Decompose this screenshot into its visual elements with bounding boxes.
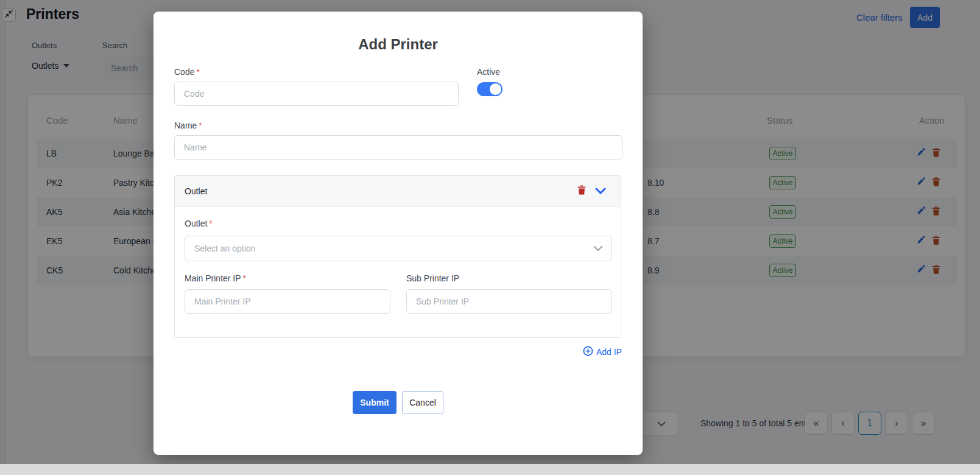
required-asterisk: *: [243, 273, 246, 283]
toggle-knob: [490, 83, 501, 95]
main-printer-ip-label: Main Printer IP*: [185, 273, 246, 283]
active-toggle[interactable]: [477, 82, 502, 96]
sub-printer-ip-label: Sub Printer IP: [406, 273, 459, 283]
active-label: Active: [477, 67, 500, 77]
required-asterisk: *: [196, 67, 199, 77]
outlet-select-placeholder: Select an option: [194, 244, 255, 253]
name-input[interactable]: [174, 135, 622, 160]
add-ip-label: Add IP: [596, 347, 622, 357]
remove-outlet-icon[interactable]: [577, 185, 587, 198]
outlet-select[interactable]: Select an option: [185, 236, 612, 261]
add-ip-link[interactable]: Add IP: [583, 346, 622, 358]
main-printer-ip-input[interactable]: [185, 289, 390, 314]
name-label: Name*: [174, 121, 202, 130]
code-label: Code*: [174, 67, 200, 77]
modal-title: Add Printer: [153, 36, 643, 53]
sub-printer-ip-input[interactable]: [406, 289, 612, 314]
chevron-down-icon: [593, 243, 603, 254]
plus-circle-icon: [583, 346, 593, 358]
outlet-section-title: Outlet: [185, 186, 207, 196]
outlet-section-header[interactable]: Outlet: [175, 176, 621, 206]
cancel-button[interactable]: Cancel: [402, 391, 443, 414]
collapse-section-chevron-icon[interactable]: [595, 186, 606, 197]
submit-button[interactable]: Submit: [353, 391, 397, 414]
bottom-scrollbar-track[interactable]: [0, 464, 980, 475]
add-printer-modal: Add Printer Code* Active Name* Outlet: [153, 12, 643, 455]
required-asterisk: *: [209, 219, 212, 228]
printers-page: Printers Clear filters Add Outlets Searc…: [0, 0, 980, 475]
code-input[interactable]: [174, 82, 459, 106]
outlet-label: Outlet*: [185, 219, 213, 228]
required-asterisk: *: [199, 121, 202, 130]
outlet-section: Outlet Outlet* Select an option: [174, 175, 621, 338]
